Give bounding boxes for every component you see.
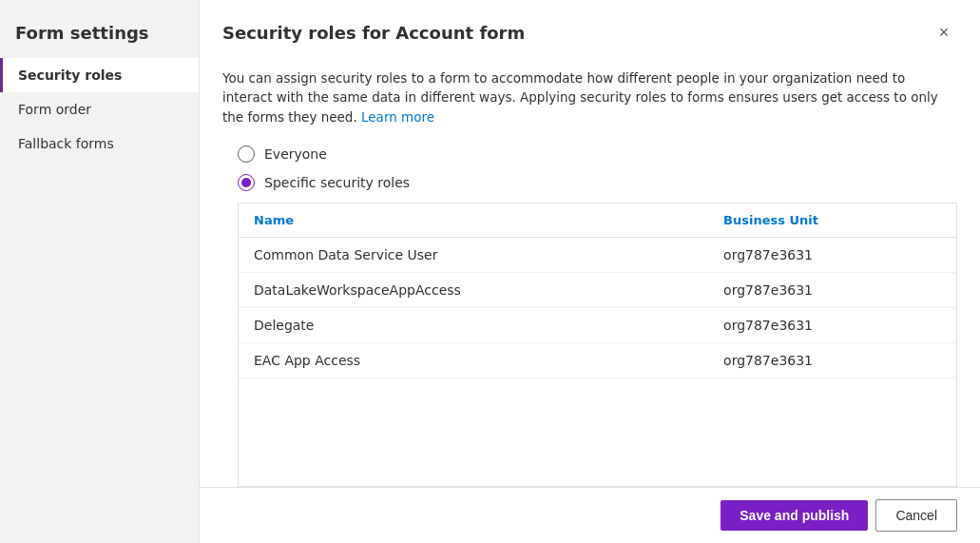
cell-name: EAC App Access bbox=[239, 342, 708, 378]
cell-name: DataLakeWorkspaceAppAccess bbox=[239, 272, 708, 307]
sidebar-item-fallback-forms[interactable]: Fallback forms bbox=[0, 126, 199, 161]
radio-circle-everyone bbox=[238, 145, 255, 163]
radio-dot-specific bbox=[241, 178, 251, 187]
sidebar-item-label: Security roles bbox=[18, 68, 122, 83]
cell-name: Delegate bbox=[239, 307, 708, 342]
dialog-title: Security roles for Account form bbox=[222, 23, 525, 43]
radio-everyone[interactable]: Everyone bbox=[238, 145, 957, 163]
save-publish-button[interactable]: Save and publish bbox=[721, 500, 868, 531]
cell-business-unit: org787e3631 bbox=[708, 307, 956, 342]
sidebar-item-form-order[interactable]: Form order bbox=[0, 92, 199, 126]
radio-everyone-label: Everyone bbox=[264, 146, 327, 162]
dialog-footer: Save and publish Cancel bbox=[200, 487, 980, 543]
description-content: You can assign security roles to a form … bbox=[222, 70, 938, 125]
roles-table-wrapper[interactable]: Name Business Unit Common Data Service U… bbox=[238, 203, 957, 487]
cancel-button[interactable]: Cancel bbox=[875, 499, 957, 532]
table-header-row: Name Business Unit bbox=[239, 204, 956, 238]
roles-table: Name Business Unit Common Data Service U… bbox=[239, 204, 956, 378]
learn-more-link[interactable]: Learn more bbox=[361, 109, 434, 125]
table-row[interactable]: Delegate org787e3631 bbox=[239, 307, 956, 342]
description-text: You can assign security roles to a form … bbox=[222, 68, 957, 126]
dialog-body: You can assign security roles to a form … bbox=[200, 57, 980, 487]
sidebar: Form settings Security roles Form order … bbox=[0, 0, 200, 543]
cell-name: Common Data Service User bbox=[239, 237, 708, 272]
radio-specific[interactable]: Specific security roles bbox=[238, 174, 957, 191]
cell-business-unit: org787e3631 bbox=[708, 272, 956, 307]
sidebar-title: Form settings bbox=[0, 15, 199, 58]
table-row[interactable]: EAC App Access org787e3631 bbox=[239, 342, 956, 378]
col-name: Name bbox=[239, 204, 708, 238]
cell-business-unit: org787e3631 bbox=[708, 237, 956, 272]
sidebar-item-security-roles[interactable]: Security roles bbox=[0, 58, 199, 92]
dialog-header: Security roles for Account form × bbox=[200, 0, 980, 57]
main-content: Security roles for Account form × You ca… bbox=[200, 0, 980, 543]
table-row[interactable]: Common Data Service User org787e3631 bbox=[239, 237, 956, 272]
col-business-unit: Business Unit bbox=[708, 204, 956, 238]
sidebar-item-label: Form order bbox=[18, 102, 91, 117]
radio-circle-specific bbox=[238, 174, 255, 191]
sidebar-item-label: Fallback forms bbox=[18, 136, 114, 151]
table-row[interactable]: DataLakeWorkspaceAppAccess org787e3631 bbox=[239, 272, 956, 307]
close-button[interactable]: × bbox=[931, 19, 957, 46]
cell-business-unit: org787e3631 bbox=[708, 342, 956, 378]
radio-specific-label: Specific security roles bbox=[264, 175, 410, 190]
radio-group: Everyone Specific security roles bbox=[238, 145, 957, 191]
